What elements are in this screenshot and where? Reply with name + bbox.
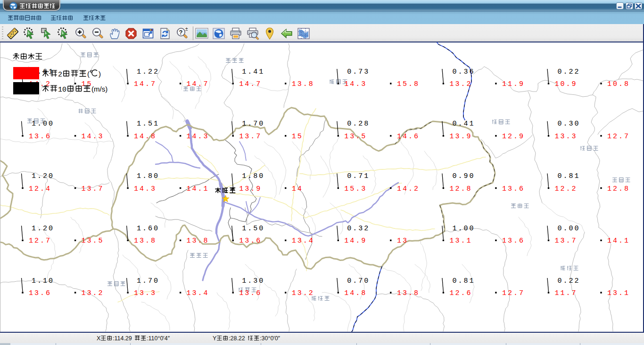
svg-text::114.29: :114.29 — [113, 335, 132, 342]
svg-text::110°0′4″: :110°0′4″ — [147, 335, 170, 342]
svg-text:Y: Y — [213, 335, 217, 342]
svg-text::28.22: :28.22 — [229, 335, 245, 342]
svg-text::30°0′0″: :30°0′0″ — [260, 335, 281, 342]
svg-text:X: X — [97, 335, 101, 342]
